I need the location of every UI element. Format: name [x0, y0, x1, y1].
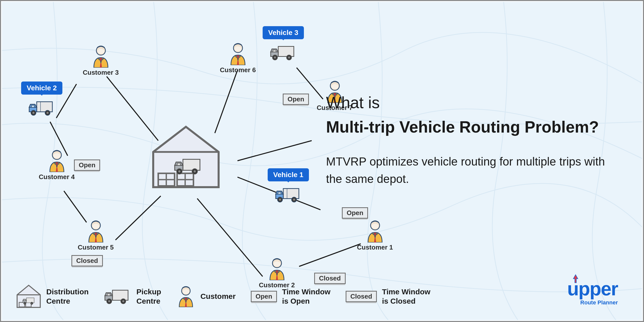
legend-dist-label: DistributionCentre [46, 287, 89, 306]
vehicle-2-node: Vehicle 2 [21, 82, 62, 117]
logo-main: upper [567, 279, 618, 298]
legend-pickup: PickupCentre [104, 287, 161, 306]
customer-3-node: Customer 3 [83, 45, 119, 76]
vehicle-1-node: Vehicle 1 [268, 168, 309, 204]
customer-1-status: Open [342, 207, 368, 219]
customer-4-node: Customer 4 [39, 149, 75, 181]
heading-main: Multi-trip Vehicle Routing Problem? [326, 116, 613, 138]
depot-node [151, 124, 221, 190]
customer-5-node: Customer 5 [78, 220, 114, 251]
logo: upper Route Planner [567, 279, 618, 306]
customer-3-label: Customer 3 [83, 69, 119, 76]
vehicle-2-tag: Vehicle 2 [21, 82, 62, 95]
legend-distribution: DistributionCentre [16, 284, 89, 308]
legend-pickup-label: PickupCentre [136, 287, 161, 306]
legend-cust-label: Customer [200, 292, 236, 301]
customer-4-status: Open [74, 159, 100, 171]
body-text: MTVRP optimizes vehicle routing for mult… [326, 153, 613, 188]
logo-sub: Route Planner [580, 299, 618, 306]
customer-4-label: Customer 4 [39, 173, 75, 181]
text-panel: What is Multi-trip Vehicle Routing Probl… [326, 92, 613, 188]
legend: DistributionCentre PickupCentre Customer… [16, 284, 430, 308]
customer-1-label: Customer 1 [357, 244, 393, 251]
legend-customer: Customer [176, 286, 236, 307]
customer-5-label: Customer 5 [78, 244, 114, 251]
customer-7-status: Open [283, 94, 309, 105]
heading-intro: What is [326, 92, 613, 114]
legend-open-label: Time Windowis Open [282, 287, 331, 306]
customer-5-status: Closed [71, 255, 103, 266]
customer-6-node: Customer 6 [220, 43, 256, 74]
vehicle-3-node: Vehicle 3 [263, 26, 304, 61]
legend-open: Open Time Windowis Open [251, 287, 331, 306]
customer-6-label: Customer 6 [220, 66, 256, 74]
vehicle-3-tag: Vehicle 3 [263, 26, 304, 39]
legend-closed: Closed Time Windowis Closed [346, 287, 430, 306]
customer-1-node: Customer 1 [357, 220, 393, 251]
vehicle-1-tag: Vehicle 1 [268, 168, 309, 181]
customer-2-status: Closed [314, 273, 346, 284]
legend-closed-label: Time Windowis Closed [382, 287, 430, 306]
